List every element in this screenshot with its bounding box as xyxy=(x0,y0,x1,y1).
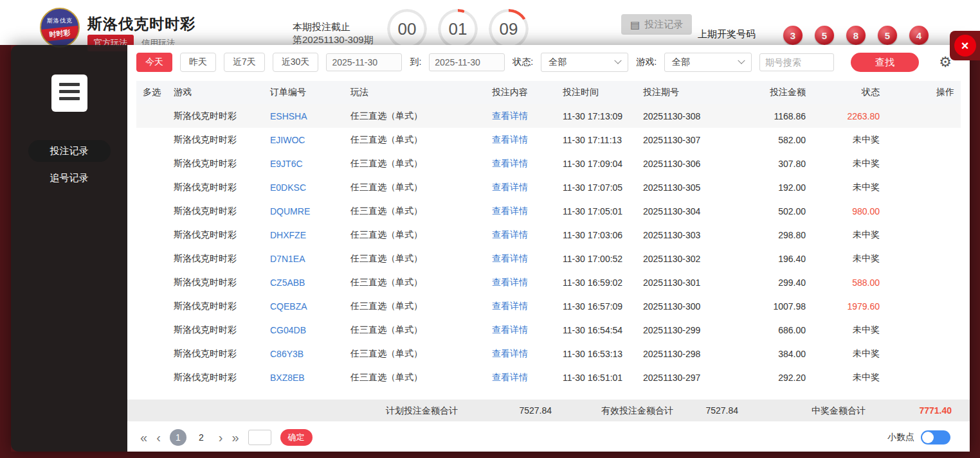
document-icon: ▤ xyxy=(630,19,640,31)
game-name: 斯洛伐克时时彩 xyxy=(167,104,264,128)
bet-time: 11-30 17:05:01 xyxy=(556,199,637,223)
view-details-link[interactable]: 查看详情 xyxy=(485,247,556,270)
bet-amount: 292.20 xyxy=(720,366,812,389)
status-value: 1979.60 xyxy=(812,294,886,318)
bet-period: 20251130-305 xyxy=(637,175,720,199)
sidebar-item-chase-records[interactable]: 追号记录 xyxy=(28,167,111,189)
game-select[interactable]: 全部 xyxy=(664,53,752,72)
view-details-link[interactable]: 查看详情 xyxy=(485,223,556,247)
date-to-input[interactable] xyxy=(429,53,505,71)
bet-amount: 307.80 xyxy=(720,152,812,175)
sidebar-item-bet-records[interactable]: 投注记录 xyxy=(28,140,111,162)
row-select-cell[interactable] xyxy=(136,104,167,128)
row-select-cell[interactable] xyxy=(136,152,167,175)
view-details-link[interactable]: 查看详情 xyxy=(485,128,556,152)
first-page-button[interactable]: « xyxy=(140,429,147,446)
deadline-block: 本期投注截止 第20251130-309期 xyxy=(293,21,374,46)
row-select-cell[interactable] xyxy=(136,247,167,270)
decimal-toggle[interactable] xyxy=(921,430,950,445)
table-row: 斯洛伐克时时彩CZ5ABB任三直选（单式）查看详情11-30 16:59:022… xyxy=(136,270,961,294)
countdown-timer: 000109 xyxy=(387,9,529,49)
row-select-cell[interactable] xyxy=(136,223,167,247)
bet-time: 11-30 16:54:54 xyxy=(556,318,637,342)
bet-period: 20251130-306 xyxy=(637,152,720,175)
view-details-link[interactable]: 查看详情 xyxy=(485,342,556,366)
current-period-label: 第20251130-309期 xyxy=(293,33,374,46)
order-id-link[interactable]: CG04DB xyxy=(264,318,344,342)
actions-cell xyxy=(886,104,961,128)
row-select-cell[interactable] xyxy=(136,342,167,366)
row-select-cell[interactable] xyxy=(136,318,167,342)
bet-records-header-button[interactable]: ▤ 投注记录 xyxy=(621,14,692,35)
countdown-value: 09 xyxy=(489,9,529,49)
view-details-link[interactable]: 查看详情 xyxy=(485,199,556,223)
view-details-link[interactable]: 查看详情 xyxy=(485,104,556,128)
bet-period: 20251130-307 xyxy=(637,128,720,152)
order-id-link[interactable]: ESHSHA xyxy=(264,104,344,128)
order-id-link[interactable]: C86Y3B xyxy=(264,342,344,366)
period-search-input[interactable] xyxy=(759,53,834,71)
actions-cell xyxy=(886,128,961,152)
modal-sidebar: 投注记录追号记录 xyxy=(11,45,127,452)
row-select-cell[interactable] xyxy=(136,294,167,318)
order-id-link[interactable]: D7N1EA xyxy=(264,247,344,270)
quick-filter-button[interactable]: 近30天 xyxy=(273,53,319,72)
page-jump-input[interactable] xyxy=(248,430,271,445)
bet-period: 20251130-302 xyxy=(637,247,720,270)
status-value: 未中奖 xyxy=(812,175,886,199)
close-button[interactable]: × xyxy=(950,31,980,60)
chevron-down-icon xyxy=(614,57,621,64)
status-label: 状态: xyxy=(513,57,533,68)
view-details-link[interactable]: 查看详情 xyxy=(485,152,556,175)
countdown-digit: 01 xyxy=(438,9,478,49)
row-select-cell[interactable] xyxy=(136,366,167,389)
next-page-button[interactable]: › xyxy=(219,429,223,446)
table-header-row: 多选游戏订单编号玩法投注内容投注时间投注期号投注金额状态操作 xyxy=(136,81,961,104)
records-panel: 今天昨天近7天近30天 到: 状态: 全部 游戏: 全部 查找 ⚙ xyxy=(127,45,970,452)
draw-number-ball: 3 xyxy=(783,26,803,45)
play-type: 任三直选（单式） xyxy=(344,247,485,270)
page-number-button[interactable]: 2 xyxy=(193,429,210,446)
order-id-link[interactable]: EJIWOC xyxy=(264,128,344,152)
row-select-cell[interactable] xyxy=(136,270,167,294)
quick-filter-button[interactable]: 近7天 xyxy=(224,53,265,72)
date-from-input[interactable] xyxy=(326,53,402,71)
view-details-link[interactable]: 查看详情 xyxy=(485,318,556,342)
play-type: 任三直选（单式） xyxy=(344,175,485,199)
game-name: 斯洛伐克时时彩 xyxy=(167,366,264,389)
bet-records-table: 多选游戏订单编号玩法投注内容投注时间投注期号投注金额状态操作 斯洛伐克时时彩ES… xyxy=(136,81,961,389)
actions-cell xyxy=(886,366,961,389)
column-header: 操作 xyxy=(886,81,961,104)
quick-filter-button[interactable]: 昨天 xyxy=(180,53,216,72)
view-details-link[interactable]: 查看详情 xyxy=(485,270,556,294)
order-id-link[interactable]: DHXFZE xyxy=(264,223,344,247)
game-name: 斯洛伐克时时彩 xyxy=(167,223,264,247)
order-id-link[interactable]: E9JT6C xyxy=(264,152,344,175)
game-name: 斯洛伐克时时彩 xyxy=(167,318,264,342)
row-select-cell[interactable] xyxy=(136,128,167,152)
order-id-link[interactable]: BXZ8EB xyxy=(264,366,344,389)
view-details-link[interactable]: 查看详情 xyxy=(485,366,556,389)
last-draw-label: 上期开奖号码 xyxy=(698,28,756,40)
search-button[interactable]: 查找 xyxy=(851,53,919,72)
last-page-button[interactable]: » xyxy=(231,429,239,446)
view-details-link[interactable]: 查看详情 xyxy=(485,294,556,318)
page-number-button[interactable]: 1 xyxy=(170,429,186,446)
countdown-digit: 00 xyxy=(387,9,427,49)
confirm-page-button[interactable]: 确定 xyxy=(280,429,313,446)
order-id-link[interactable]: CQEBZA xyxy=(264,294,344,318)
prev-page-button[interactable]: ‹ xyxy=(156,429,161,446)
quick-filter-button[interactable]: 今天 xyxy=(136,53,172,72)
view-details-link[interactable]: 查看详情 xyxy=(485,175,556,199)
status-select[interactable]: 全部 xyxy=(541,53,628,72)
plan-total-label: 计划投注金额合计 xyxy=(386,400,458,421)
actions-cell xyxy=(886,199,961,223)
deadline-label: 本期投注截止 xyxy=(293,21,374,33)
row-select-cell[interactable] xyxy=(136,199,167,223)
status-select-value: 全部 xyxy=(549,57,567,68)
bet-amount: 582.00 xyxy=(720,128,812,152)
order-id-link[interactable]: DQUMRE xyxy=(264,199,344,223)
order-id-link[interactable]: E0DKSC xyxy=(264,175,344,199)
order-id-link[interactable]: CZ5ABB xyxy=(264,270,344,294)
row-select-cell[interactable] xyxy=(136,175,167,199)
